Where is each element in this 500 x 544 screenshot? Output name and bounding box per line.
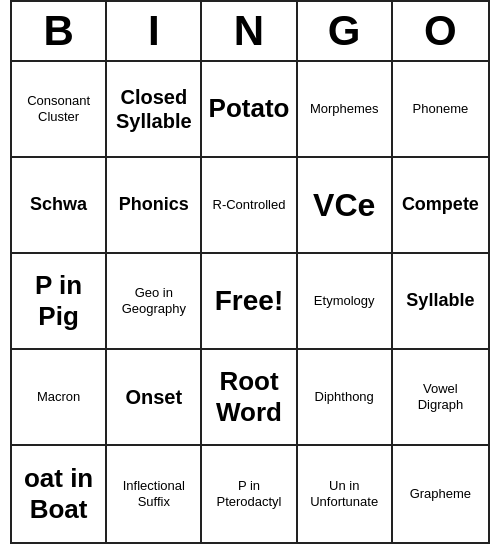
bingo-cell-4: Phoneme [393, 62, 488, 158]
bingo-cell-3: Morphemes [298, 62, 393, 158]
bingo-cell-13: Etymology [298, 254, 393, 350]
bingo-grid: Consonant ClusterClosed SyllablePotatoMo… [12, 62, 488, 542]
bingo-cell-12: Free! [202, 254, 297, 350]
bingo-header: BINGO [12, 2, 488, 62]
bingo-cell-15: Macron [12, 350, 107, 446]
bingo-cell-19: Vowel Digraph [393, 350, 488, 446]
bingo-cell-6: Phonics [107, 158, 202, 254]
header-letter-B: B [12, 2, 107, 60]
header-letter-G: G [298, 2, 393, 60]
bingo-cell-10: P in Pig [12, 254, 107, 350]
bingo-cell-16: Onset [107, 350, 202, 446]
bingo-cell-20: oat in Boat [12, 446, 107, 542]
bingo-card: BINGO Consonant ClusterClosed SyllablePo… [10, 0, 490, 544]
bingo-cell-23: Un in Unfortunate [298, 446, 393, 542]
bingo-cell-14: Syllable [393, 254, 488, 350]
header-letter-N: N [202, 2, 297, 60]
bingo-cell-17: Root Word [202, 350, 297, 446]
bingo-cell-5: Schwa [12, 158, 107, 254]
bingo-cell-9: Compete [393, 158, 488, 254]
bingo-cell-2: Potato [202, 62, 297, 158]
bingo-cell-22: P in Pterodactyl [202, 446, 297, 542]
bingo-cell-8: VCe [298, 158, 393, 254]
bingo-cell-0: Consonant Cluster [12, 62, 107, 158]
bingo-cell-24: Grapheme [393, 446, 488, 542]
bingo-cell-11: Geo in Geography [107, 254, 202, 350]
bingo-cell-21: Inflectional Suffix [107, 446, 202, 542]
bingo-cell-7: R-Controlled [202, 158, 297, 254]
header-letter-O: O [393, 2, 488, 60]
bingo-cell-18: Diphthong [298, 350, 393, 446]
bingo-cell-1: Closed Syllable [107, 62, 202, 158]
header-letter-I: I [107, 2, 202, 60]
